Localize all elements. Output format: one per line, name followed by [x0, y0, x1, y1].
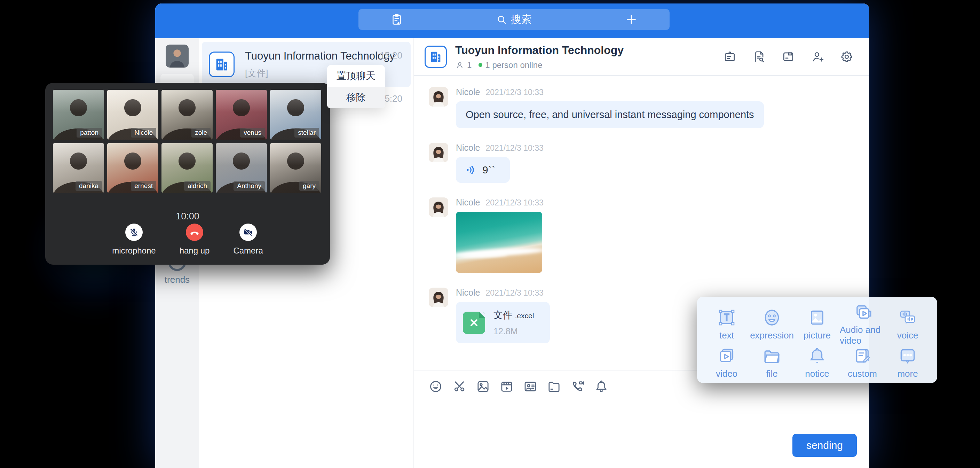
call-timer: 10:00: [45, 211, 330, 222]
chat-header-actions: [723, 50, 853, 63]
excel-file-icon: [463, 311, 485, 334]
message-meta: Nicole 2021/12/3 10:33: [456, 197, 544, 208]
panel-item-expression[interactable]: expression: [749, 302, 794, 346]
notice-board-icon[interactable]: [723, 50, 737, 63]
menu-item-remove[interactable]: 移除: [327, 87, 385, 108]
hangup-button[interactable]: [186, 224, 203, 241]
send-button[interactable]: sending: [792, 434, 857, 457]
participant-tile[interactable]: zoie: [161, 90, 213, 140]
hangup-label: hang up: [180, 246, 210, 256]
file-name: 文件 .excel: [493, 309, 534, 321]
text-bubble: Open source, free, and universal instant…: [456, 101, 764, 128]
microphone-label: microphone: [112, 246, 156, 256]
panel-item-audio-video[interactable]: Audio and video: [840, 302, 885, 346]
chat-header-texts: Tuoyun Information Technology 1 1 person…: [455, 44, 624, 70]
hangup-control[interactable]: hang up: [180, 224, 210, 256]
video-icon[interactable]: [500, 380, 514, 393]
video-call-icon[interactable]: [571, 380, 585, 393]
chat-history-search-icon[interactable]: [752, 50, 765, 63]
panel-item-label: custom: [848, 368, 877, 379]
panel-item-picture[interactable]: picture: [794, 302, 840, 346]
participant-tile[interactable]: Nicole: [107, 90, 158, 140]
participant-tile[interactable]: aldrich: [161, 143, 213, 193]
emoji-icon[interactable]: [429, 380, 443, 393]
participant-tile[interactable]: patton: [53, 90, 104, 140]
building-icon: [214, 56, 230, 72]
file-texts: 文件 .excel 12.8M: [493, 309, 534, 336]
more-icon: [898, 346, 917, 366]
sender-name: Nicole: [456, 288, 480, 298]
microphone-button[interactable]: [125, 224, 143, 241]
file-icon[interactable]: [782, 50, 795, 63]
participant-tile[interactable]: danika: [53, 143, 104, 193]
add-member-icon[interactable]: [811, 50, 824, 63]
participant-name: Nicole: [131, 128, 156, 137]
message-time: 2021/12/3 10:33: [485, 198, 543, 208]
conversation-time: 15:20: [380, 50, 402, 61]
sender-avatar[interactable]: [429, 143, 448, 162]
search-input[interactable]: 搜索: [435, 9, 593, 30]
participant-tile[interactable]: venus: [216, 90, 267, 140]
message-body: Nicole 2021/12/3 10:33 文件: [456, 288, 550, 343]
picture-icon: [807, 308, 827, 327]
camera-muted-icon: [243, 227, 253, 238]
member-count: 1: [467, 60, 472, 70]
sender-avatar[interactable]: [429, 288, 448, 307]
voice-bubble[interactable]: 9``: [456, 157, 510, 183]
participant-tile[interactable]: ernest: [107, 143, 158, 193]
camera-toggle[interactable]: Camera: [233, 224, 263, 256]
panel-item-voice[interactable]: voice: [885, 302, 930, 346]
participant-tile[interactable]: Anthony: [216, 143, 267, 193]
user-avatar-image: [165, 45, 189, 67]
notification-bell-icon[interactable]: [594, 380, 608, 393]
panel-item-more[interactable]: more: [885, 346, 930, 379]
panel-item-video[interactable]: video: [704, 346, 749, 379]
camera-label: Camera: [233, 246, 263, 256]
participant-name: ernest: [131, 181, 156, 191]
add-button[interactable]: [593, 9, 670, 30]
panel-item-label: picture: [803, 330, 831, 341]
sender-name: Nicole: [456, 87, 480, 97]
panel-item-notice[interactable]: notice: [794, 346, 840, 379]
sender-avatar[interactable]: [429, 87, 448, 107]
chat-avatar: [425, 46, 447, 68]
image-attachment-beach[interactable]: [456, 212, 542, 273]
chat-title: Tuoyun Information Technology: [455, 44, 624, 57]
menu-item-pin-chat[interactable]: 置顶聊天: [327, 65, 385, 87]
microphone-toggle[interactable]: microphone: [112, 224, 156, 256]
screenshot-scissors-icon[interactable]: [452, 380, 466, 393]
call-record-button[interactable]: [358, 9, 435, 30]
microphone-muted-icon: [129, 227, 139, 238]
file-ext: .excel: [515, 311, 534, 319]
panel-item-label: Audio and video: [840, 324, 885, 346]
sender-name: Nicole: [456, 143, 480, 153]
message-time: 2021/12/3 10:33: [485, 88, 543, 97]
settings-gear-icon[interactable]: [840, 50, 853, 63]
sender-avatar[interactable]: [429, 197, 448, 217]
participant-name: zoie: [191, 128, 210, 137]
online-status: 1 person online: [485, 60, 542, 70]
file-bubble[interactable]: 文件 .excel 12.8M: [456, 302, 550, 343]
video-icon: [717, 346, 737, 366]
panel-item-file[interactable]: file: [749, 346, 794, 379]
audio-video-icon: [853, 302, 872, 322]
contact-card-icon[interactable]: [523, 380, 537, 393]
chat-header: Tuoyun Information Technology 1 1 person…: [414, 38, 869, 76]
participant-name: patton: [76, 128, 102, 137]
picture-icon[interactable]: [476, 380, 490, 393]
user-avatar[interactable]: [165, 45, 189, 67]
panel-item-custom[interactable]: custom: [840, 346, 885, 379]
participant-name: danika: [76, 181, 102, 191]
participant-tile[interactable]: gary: [270, 143, 321, 193]
panel-item-label: video: [716, 368, 737, 379]
panel-item-label: expression: [750, 330, 794, 341]
camera-button[interactable]: [239, 224, 257, 241]
file-folder-icon: [762, 346, 782, 366]
folder-icon[interactable]: [547, 380, 561, 393]
message-meta: Nicole 2021/12/3 10:33: [456, 288, 550, 298]
group-avatar: [209, 51, 235, 77]
participant-tile[interactable]: stellar: [270, 90, 321, 140]
plus-icon: [625, 14, 637, 26]
hangup-icon: [189, 227, 200, 238]
panel-item-text[interactable]: text: [704, 302, 749, 346]
